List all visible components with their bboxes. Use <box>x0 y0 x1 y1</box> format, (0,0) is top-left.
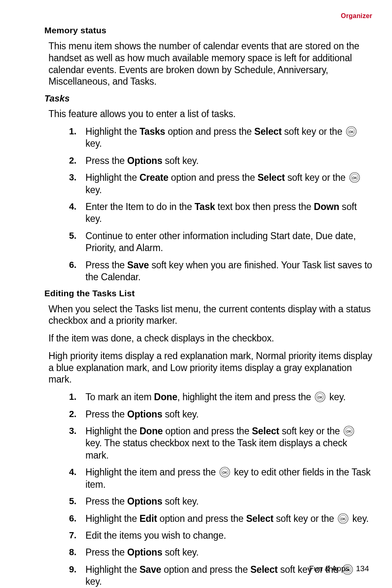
step-number: 7. <box>69 530 76 541</box>
step-bold: Select <box>250 564 278 575</box>
page-footer: Fun & Apps 134 <box>309 564 369 573</box>
step-number: 3. <box>69 425 76 437</box>
step-text: key. <box>85 184 102 195</box>
step-bold: Options <box>127 409 162 420</box>
step-bold: Edit <box>139 513 157 524</box>
ok-key-icon <box>349 172 360 183</box>
ok-key-icon <box>337 513 349 524</box>
footer-chapter: Fun & Apps <box>309 564 349 573</box>
step-text: key. <box>85 576 102 587</box>
list-item: 1. To mark an item Done, highlight the i… <box>69 391 372 403</box>
step-number: 1. <box>69 391 76 403</box>
para-editing-2: If the item was done, a check displays i… <box>48 332 372 344</box>
step-text: Highlight the item and press the <box>85 467 218 477</box>
step-text: soft key. <box>162 155 198 166</box>
step-text: option and press the <box>165 126 254 137</box>
step-text: key. The status checkbox next to the Tas… <box>85 438 347 460</box>
step-text: option and press the <box>161 564 250 575</box>
step-text: soft key or the <box>285 172 348 183</box>
list-item: 5. Continue to enter other information i… <box>69 230 372 254</box>
footer-page-number: 134 <box>356 564 369 573</box>
step-bold: Tasks <box>139 126 165 137</box>
editing-steps: 1. To mark an item Done, highlight the i… <box>44 391 372 588</box>
list-item: 2. Press the Options soft key. <box>69 408 372 420</box>
step-bold: Select <box>258 172 285 183</box>
step-text: , highlight the item and press the <box>178 392 314 402</box>
step-number: 1. <box>69 126 76 137</box>
list-item: 2. Press the Options soft key. <box>69 155 372 167</box>
step-text: soft key. <box>162 409 198 420</box>
step-text: Press the <box>85 409 127 420</box>
step-number: 5. <box>69 496 76 507</box>
step-text: option and press the <box>163 426 252 436</box>
step-text: To mark an item <box>85 392 154 402</box>
step-text: soft key or the <box>281 126 345 137</box>
list-item: 3. Highlight the Done option and press t… <box>69 425 372 461</box>
step-bold: Done <box>154 392 178 402</box>
step-bold: Options <box>127 496 162 507</box>
step-text: Highlight the <box>85 564 139 575</box>
step-number: 6. <box>69 513 76 524</box>
step-text: Highlight the <box>85 126 139 137</box>
step-bold: Select <box>246 513 274 524</box>
step-text: Highlight the <box>85 513 139 524</box>
ok-key-icon <box>346 126 357 137</box>
para-editing-1: When you select the Tasks list menu, the… <box>48 303 372 327</box>
step-number: 6. <box>69 259 76 271</box>
step-bold: Save <box>127 260 149 270</box>
step-number: 4. <box>69 201 76 212</box>
ok-key-icon <box>314 391 326 403</box>
step-bold: Down <box>314 201 339 212</box>
tasks-steps: 1. Highlight the Tasks option and press … <box>44 126 372 284</box>
para-memory-status: This menu item shows the number of calen… <box>48 40 372 88</box>
step-number: 2. <box>69 408 76 420</box>
step-bold: Task <box>194 201 215 212</box>
step-number: 5. <box>69 230 76 242</box>
list-item: 6. Press the Save soft key when you are … <box>69 259 372 284</box>
para-editing-3: High priority items display a red explan… <box>48 350 372 385</box>
header-category: Organizer <box>44 12 372 20</box>
para-tasks-intro: This feature allows you to enter a list … <box>48 108 372 120</box>
step-text: Press the <box>85 155 127 166</box>
list-item: 3. Highlight the Create option and press… <box>69 172 372 196</box>
step-text: soft key. <box>162 496 198 507</box>
step-text: Enter the Item to do in the <box>85 201 194 212</box>
step-bold: Select <box>254 126 282 137</box>
step-text: Highlight the <box>85 426 139 436</box>
list-item: 8. Press the Options soft key. <box>69 546 372 558</box>
step-text: Press the <box>85 260 127 270</box>
step-bold: Create <box>139 172 168 183</box>
step-bold: Options <box>127 547 162 558</box>
ok-key-icon <box>219 466 231 478</box>
step-number: 3. <box>69 172 76 183</box>
step-bold: Save <box>139 564 161 575</box>
step-text: Edit the items you wish to change. <box>85 530 226 541</box>
list-item: 7. Edit the items you wish to change. <box>69 530 372 542</box>
step-text: Continue to enter other information incl… <box>85 231 356 253</box>
step-text: Press the <box>85 547 127 558</box>
heading-memory-status: Memory status <box>44 25 372 35</box>
step-text: soft key or the <box>279 426 343 436</box>
ok-key-icon <box>343 425 355 437</box>
list-item: 6. Highlight the Edit option and press t… <box>69 513 372 525</box>
step-text: soft key or the <box>273 513 337 524</box>
step-text: Press the <box>85 496 127 507</box>
step-text: Highlight the <box>85 172 139 183</box>
list-item: 4. Highlight the item and press the key … <box>69 466 372 491</box>
step-text: option and press the <box>168 172 258 183</box>
step-number: 9. <box>69 564 76 575</box>
step-bold: Options <box>127 155 162 166</box>
step-text: key. <box>85 138 102 149</box>
step-text: key. <box>350 513 369 524</box>
step-text: soft key. <box>162 547 198 558</box>
step-number: 8. <box>69 546 76 558</box>
step-text: key. <box>327 392 346 402</box>
heading-editing-tasks: Editing the Tasks List <box>44 288 372 298</box>
list-item: 5. Press the Options soft key. <box>69 496 372 507</box>
step-number: 2. <box>69 155 76 166</box>
step-text: option and press the <box>157 513 246 524</box>
step-text: text box then press the <box>215 201 314 212</box>
step-number: 4. <box>69 466 76 478</box>
step-bold: Done <box>139 426 163 436</box>
heading-tasks: Tasks <box>44 93 372 104</box>
